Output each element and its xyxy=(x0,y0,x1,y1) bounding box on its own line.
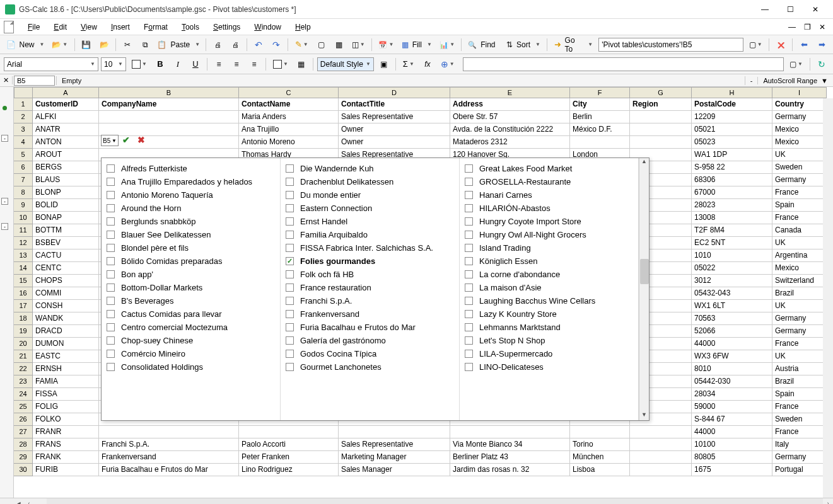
checkbox-icon[interactable] xyxy=(107,336,115,345)
filter-item[interactable]: Chop-suey Chinese xyxy=(104,334,277,347)
cell[interactable]: ERNSH xyxy=(33,363,99,375)
cell[interactable]: 05022 xyxy=(692,262,772,275)
cell[interactable]: 05432-043 xyxy=(692,287,772,300)
filter-item[interactable]: LILA-Supermercado xyxy=(462,347,636,360)
cell[interactable]: WX3 6FW xyxy=(692,350,772,363)
cell[interactable]: Lino Rodriguez xyxy=(239,464,339,476)
underline-button[interactable] xyxy=(188,57,203,72)
cell[interactable]: UK xyxy=(772,350,827,363)
filter-item[interactable]: Alfreds Futterkiste xyxy=(104,162,277,175)
column-header-H[interactable]: H xyxy=(692,87,772,98)
menu-settings[interactable]: Settings xyxy=(207,20,247,34)
filter-item[interactable]: Around the Horn xyxy=(104,202,277,215)
menu-window[interactable]: Window xyxy=(248,20,288,34)
row-header[interactable]: 13 xyxy=(14,249,33,262)
cell[interactable]: CHOPS xyxy=(33,275,99,287)
filter-item[interactable]: Königlich Essen xyxy=(462,255,636,268)
sheet-nav-next[interactable]: › xyxy=(823,498,833,504)
row-header[interactable]: 23 xyxy=(14,375,33,388)
align-left-button[interactable]: ≡ xyxy=(211,57,226,72)
cell[interactable]: Sweden xyxy=(772,161,827,174)
cell[interactable] xyxy=(630,136,692,149)
cell[interactable]: 05442-030 xyxy=(692,375,772,388)
row-header[interactable]: 10 xyxy=(14,212,33,224)
filter-item[interactable]: Bottom-Dollar Markets xyxy=(104,281,277,294)
menu-file[interactable]: File xyxy=(21,20,46,34)
checkbox-icon[interactable] xyxy=(286,244,294,252)
cell[interactable]: T2F 8M4 xyxy=(692,224,772,237)
copy-button[interactable] xyxy=(137,37,153,52)
filter-item[interactable]: France restauration xyxy=(283,281,457,294)
cell[interactable]: Sweden xyxy=(772,413,827,426)
filter-item[interactable]: Blauer See Delikatessen xyxy=(104,228,277,241)
checkbox-icon[interactable] xyxy=(465,231,473,239)
filter-item[interactable]: Familia Arquibaldo xyxy=(283,228,457,241)
cell[interactable]: Mataderos 2312 xyxy=(450,136,570,149)
cell[interactable] xyxy=(99,136,239,149)
cell[interactable]: 80805 xyxy=(692,451,772,464)
spreadsheet-grid[interactable]: ABCDEFGHI 1CustomerIDCompanyNameContactN… xyxy=(14,87,833,498)
checkbox-icon[interactable] xyxy=(107,270,115,278)
cell[interactable]: Germany xyxy=(772,111,827,123)
row-header[interactable]: 30 xyxy=(14,464,33,476)
checkbox-icon[interactable] xyxy=(107,310,115,318)
cell[interactable]: FRANS xyxy=(33,438,99,451)
cell[interactable]: Argentina xyxy=(772,249,827,262)
print-preview-button[interactable] xyxy=(228,37,243,52)
checkbox-icon[interactable] xyxy=(107,178,115,186)
checkbox-icon[interactable] xyxy=(286,164,294,173)
column-header-E[interactable]: E xyxy=(450,87,570,98)
cell[interactable]: FISSA xyxy=(33,388,99,401)
chart-button[interactable]: ▼ xyxy=(437,37,458,52)
cell[interactable]: BONAP xyxy=(33,212,99,224)
align-right-button[interactable]: ≡ xyxy=(247,57,262,72)
filter-item[interactable]: Blondel père et fils xyxy=(104,241,277,255)
goto-button[interactable]: Go To▼ xyxy=(551,37,597,52)
checkbox-icon[interactable] xyxy=(465,336,473,345)
checkbox-icon[interactable] xyxy=(465,363,473,371)
row-header[interactable]: 26 xyxy=(14,413,33,426)
filter-item[interactable]: Consolidated Holdings xyxy=(104,360,277,374)
filter-item[interactable]: Franchi S.p.A. xyxy=(283,294,457,307)
cell[interactable]: Sales Manager xyxy=(339,464,450,476)
filter-item[interactable]: Ana Trujillo Emparedados y helados xyxy=(104,175,277,188)
cell[interactable]: Brazil xyxy=(772,287,827,300)
address-box[interactable] xyxy=(598,38,743,52)
cell[interactable]: Germany xyxy=(772,325,827,338)
checkbox-icon[interactable] xyxy=(107,204,115,212)
cell[interactable]: Maria Anders xyxy=(239,111,339,123)
row-header[interactable]: 6 xyxy=(14,161,33,174)
filter-item[interactable]: Hungry Coyote Import Store xyxy=(462,215,636,228)
cell[interactable]: S-958 22 xyxy=(692,161,772,174)
filter-item[interactable]: Folk och fä HB xyxy=(283,268,457,281)
row-header[interactable]: 27 xyxy=(14,426,33,438)
row-header[interactable]: 1 xyxy=(14,98,33,111)
cell[interactable]: France xyxy=(772,426,827,438)
address-input[interactable] xyxy=(602,40,740,49)
checkbox-icon[interactable] xyxy=(107,297,115,305)
cell[interactable]: CONSH xyxy=(33,300,99,312)
scrollbar-thumb[interactable] xyxy=(640,259,649,284)
checkbox-icon[interactable] xyxy=(465,191,473,199)
cell[interactable]: BSBEV xyxy=(33,237,99,249)
cell[interactable]: Antonio Moreno xyxy=(239,136,339,149)
select-all-corner[interactable] xyxy=(14,87,33,98)
font-color-button[interactable]: ▼ xyxy=(129,57,150,72)
horizontal-scrollbar[interactable] xyxy=(47,498,823,504)
cell[interactable]: 10100 xyxy=(692,438,772,451)
menu-help[interactable]: Help xyxy=(289,20,317,34)
checkbox-icon[interactable] xyxy=(465,217,473,226)
cell[interactable]: Italy xyxy=(772,438,827,451)
filter-item[interactable]: Ernst Handel xyxy=(283,215,457,228)
align-center-button[interactable]: ≡ xyxy=(229,57,244,72)
autoscroll-button[interactable]: AutoScroll Range ▼ xyxy=(757,77,833,84)
row-header[interactable]: 21 xyxy=(14,350,33,363)
cell[interactable]: Berlin xyxy=(570,111,630,123)
menu-format[interactable]: Format xyxy=(137,20,174,34)
ref-close-button[interactable]: ✕ xyxy=(0,76,13,84)
cell[interactable]: Via Monte Bianco 34 xyxy=(450,438,570,451)
cell[interactable]: Region xyxy=(630,98,692,111)
cell[interactable]: Avda. de la Constitución 2222 xyxy=(450,123,570,136)
save-as-button[interactable] xyxy=(96,37,112,52)
undo-button[interactable] xyxy=(251,37,266,52)
